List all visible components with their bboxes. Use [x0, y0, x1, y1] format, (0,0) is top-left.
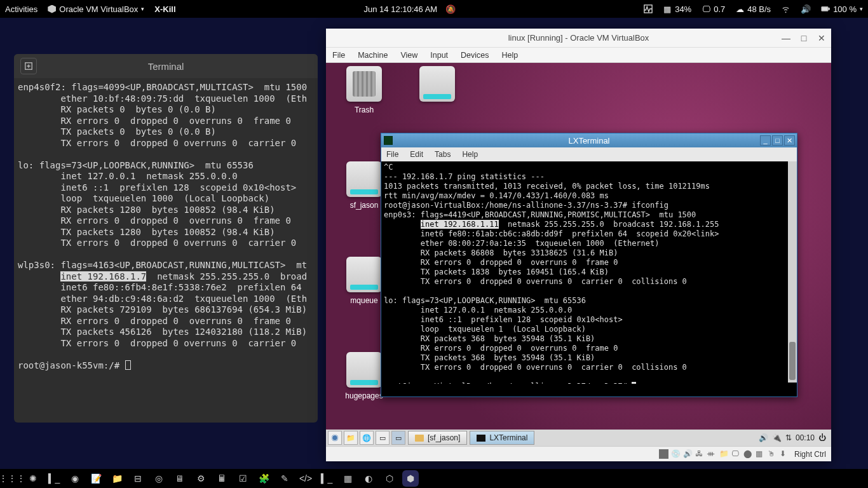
- clock-label[interactable]: Jun 14 12:10:46 AM: [364, 4, 438, 14]
- guest-clock[interactable]: 00:10: [796, 433, 815, 442]
- maximize-button[interactable]: □: [772, 135, 783, 146]
- cpu-icon: ▦: [756, 449, 765, 459]
- battery-icon: [821, 4, 830, 13]
- close-button[interactable]: ✕: [816, 33, 827, 43]
- network-icon[interactable]: ⇅: [785, 433, 792, 442]
- lxterminal-titlebar[interactable]: LXTerminal _ □ ✕: [381, 133, 797, 147]
- files-icon[interactable]: 📁: [109, 470, 125, 487]
- terminal-icon[interactable]: ▍_: [46, 470, 62, 487]
- guest-desktop[interactable]: hugepagesmqueuesf_jasonTrash LXTerminal …: [326, 63, 831, 446]
- download-indicator[interactable]: ☁ 48 B/s: [735, 4, 771, 14]
- drive-icon: [346, 257, 382, 292]
- terminal2-icon[interactable]: ▍_: [318, 470, 335, 487]
- maximize-button[interactable]: □: [798, 33, 810, 43]
- settings-icon[interactable]: ✺: [25, 470, 41, 487]
- lxterminal-menubar[interactable]: FileEditTabsHelp: [381, 147, 797, 161]
- launcher-browser[interactable]: 🌐: [360, 431, 374, 445]
- grid-icon[interactable]: ▦: [339, 470, 356, 487]
- recording-icon: ⬤: [743, 449, 753, 459]
- host-terminal-title: Terminal: [148, 61, 184, 72]
- menu-edit[interactable]: Edit: [410, 150, 423, 159]
- xkill-button[interactable]: X-Kill: [154, 4, 175, 14]
- menu-input[interactable]: Input: [430, 51, 448, 60]
- activities-button[interactable]: Activities: [5, 4, 37, 14]
- volume-icon[interactable]: 🔊: [759, 433, 768, 442]
- ring-icon[interactable]: ◐: [360, 470, 377, 487]
- host-terminal-window[interactable]: Terminal enp4s0f2: flags=4099<UP,BROADCA…: [14, 54, 318, 423]
- desktop-icon-drive[interactable]: [409, 66, 466, 105]
- power-icon[interactable]: ⏻: [818, 433, 826, 442]
- close-button[interactable]: ✕: [784, 135, 795, 146]
- menu-machine[interactable]: Machine: [358, 51, 388, 60]
- app-menu[interactable]: Oracle VM VirtualBox ▾: [48, 4, 144, 14]
- minimize-button[interactable]: —: [780, 33, 792, 43]
- vscode-icon[interactable]: </>: [297, 470, 314, 487]
- battery-icon[interactable]: 🔌: [772, 433, 782, 442]
- display-icon: 🖵: [731, 449, 741, 459]
- lxterminal-title-label: LXTerminal: [568, 136, 609, 146]
- menu-help[interactable]: Help: [502, 51, 519, 60]
- minimize-button[interactable]: _: [760, 135, 771, 146]
- hex-icon[interactable]: ⬡: [381, 470, 398, 487]
- new-tab-button[interactable]: [20, 58, 37, 74]
- taskbar-app[interactable]: LXTerminal: [470, 431, 534, 445]
- keyboard-icon: ⬇: [780, 449, 789, 459]
- scrollbar-thumb[interactable]: [789, 342, 796, 380]
- vbox-icon[interactable]: ⬢: [402, 470, 419, 487]
- gnome-topbar: Activities Oracle VM VirtualBox ▾ X-Kill…: [0, 0, 868, 18]
- gnome-dock[interactable]: ⋮⋮⋮✺▍_◉📝📁⊟◎🖥⚙🖩☑🧩✎</>▍_▦◐⬡⬢: [0, 469, 868, 488]
- lxterminal-window[interactable]: LXTerminal _ □ ✕ FileEditTabsHelp ^C ---…: [381, 133, 797, 397]
- host-terminal-output[interactable]: enp4s0f2: flags=4099<UP,BROADCAST,MULTIC…: [14, 78, 318, 375]
- vbox-menubar[interactable]: FileMachineViewInputDevicesHelp: [326, 48, 831, 63]
- menu-devices[interactable]: Devices: [461, 51, 489, 60]
- menu-file[interactable]: File: [386, 150, 398, 159]
- battery-value: 100 %: [833, 4, 857, 14]
- virtualbox-window[interactable]: linux [Running] - Oracle VM VirtualBox —…: [326, 29, 831, 461]
- chevron-down-icon: ▾: [860, 6, 863, 12]
- apps-icon[interactable]: ⋮⋮⋮: [4, 470, 20, 487]
- discs-icon[interactable]: ⊟: [130, 470, 146, 487]
- chrome-icon[interactable]: ◉: [67, 470, 83, 487]
- net-indicator[interactable]: 🖵 0.7: [702, 4, 725, 14]
- sysmon-indicator[interactable]: [644, 4, 653, 13]
- menu-view[interactable]: View: [400, 51, 417, 60]
- svg-rect-3: [822, 7, 828, 11]
- todo-icon[interactable]: ☑: [234, 470, 251, 487]
- lxterminal-output[interactable]: ^C --- 192.168.1.7 ping statistics --- 1…: [381, 161, 797, 384]
- remmina-icon[interactable]: 🖥: [172, 470, 188, 487]
- cpu-value: 34%: [675, 4, 691, 14]
- activity-icon: [644, 4, 653, 13]
- trash-icon: [346, 66, 382, 102]
- vbox-titlebar[interactable]: linux [Running] - Oracle VM VirtualBox —…: [326, 29, 831, 48]
- tweaks-icon[interactable]: ⚙: [193, 470, 209, 487]
- app-menu-label: Oracle VM VirtualBox: [59, 4, 138, 14]
- writer-icon[interactable]: ✎: [276, 470, 293, 487]
- desktop-icon-Trash[interactable]: Trash: [336, 66, 393, 114]
- menu-help[interactable]: Help: [462, 150, 478, 159]
- notes-icon[interactable]: 📝: [88, 470, 104, 487]
- cloud-down-icon: ☁: [735, 4, 744, 13]
- svg-point-5: [332, 435, 339, 442]
- host-terminal-titlebar[interactable]: Terminal: [14, 54, 318, 78]
- puzzle-icon[interactable]: 🧩: [255, 470, 272, 487]
- taskbar-app[interactable]: [sf_jason]: [408, 431, 467, 445]
- menu-tabs[interactable]: Tabs: [435, 150, 451, 159]
- launcher-windows[interactable]: ▭: [376, 431, 390, 445]
- volume-icon[interactable]: 🔊: [801, 4, 811, 14]
- notification-off-icon: 🔕: [445, 4, 456, 14]
- scrollbar[interactable]: [788, 161, 797, 383]
- launcher-filemanager[interactable]: 📁: [344, 431, 358, 445]
- monitor-icon: 🖵: [702, 4, 710, 13]
- cpu-indicator[interactable]: ▦ 34%: [663, 4, 691, 14]
- battery-indicator[interactable]: 100 % ▾: [821, 4, 863, 14]
- calc-icon[interactable]: 🖩: [214, 470, 230, 487]
- show-desktop-button[interactable]: ▭: [391, 431, 405, 445]
- svg-rect-2: [829, 8, 829, 10]
- wifi-icon[interactable]: [781, 4, 790, 14]
- guest-taskbar[interactable]: 📁 🌐 ▭ ▭ [sf_jason]LXTerminal 🔊 🔌 ⇅ 00:10…: [326, 430, 831, 446]
- start-menu-button[interactable]: [328, 431, 342, 445]
- menu-file[interactable]: File: [332, 51, 345, 60]
- vbox-title-label: linux [Running] - Oracle VM VirtualBox: [508, 33, 649, 43]
- terminal-icon: [477, 435, 485, 442]
- target-icon[interactable]: ◎: [151, 470, 167, 487]
